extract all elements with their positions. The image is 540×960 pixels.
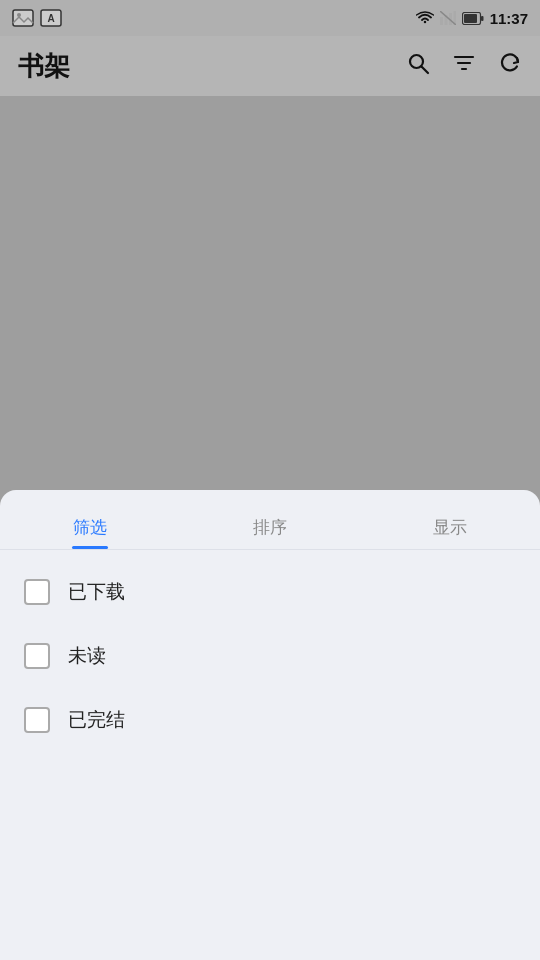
tab-display[interactable]: 显示	[360, 490, 540, 549]
filter-label-unread: 未读	[68, 643, 106, 669]
checkbox-finished[interactable]	[24, 707, 50, 733]
tab-filter-underline	[72, 546, 108, 549]
filter-list: 已下载 未读 已完结	[0, 550, 540, 762]
svg-text:A: A	[47, 13, 54, 24]
svg-rect-10	[464, 14, 477, 23]
tab-filter[interactable]: 筛选	[0, 490, 180, 549]
bottom-sheet: 筛选 排序 显示 已下载 未读 已完结	[0, 490, 540, 960]
status-left-icons: A	[12, 9, 62, 27]
main-content-area	[0, 96, 540, 490]
filter-label-downloaded: 已下载	[68, 579, 125, 605]
status-bar: A 11:37	[0, 0, 540, 36]
signal-icon	[440, 11, 456, 25]
svg-rect-0	[13, 10, 33, 26]
svg-rect-11	[481, 16, 484, 21]
image-icon	[12, 9, 34, 27]
page-title: 书架	[18, 49, 70, 84]
filter-icon[interactable]	[452, 51, 476, 81]
tab-bar: 筛选 排序 显示	[0, 490, 540, 550]
status-right-icons: 11:37	[416, 10, 528, 27]
search-icon[interactable]	[406, 51, 430, 81]
filter-item-downloaded[interactable]: 已下载	[24, 560, 516, 624]
time-display: 11:37	[490, 10, 528, 27]
wifi-icon	[416, 11, 434, 25]
battery-icon	[462, 12, 484, 25]
filter-label-finished: 已完结	[68, 707, 125, 733]
refresh-icon[interactable]	[498, 51, 522, 81]
checkbox-unread[interactable]	[24, 643, 50, 669]
checkbox-downloaded[interactable]	[24, 579, 50, 605]
font-icon: A	[40, 9, 62, 27]
header-actions	[406, 51, 522, 81]
filter-item-unread[interactable]: 未读	[24, 624, 516, 688]
svg-rect-4	[440, 17, 443, 25]
tab-sort[interactable]: 排序	[180, 490, 360, 549]
header: 书架	[0, 36, 540, 96]
filter-item-finished[interactable]: 已完结	[24, 688, 516, 752]
svg-line-13	[422, 67, 429, 74]
